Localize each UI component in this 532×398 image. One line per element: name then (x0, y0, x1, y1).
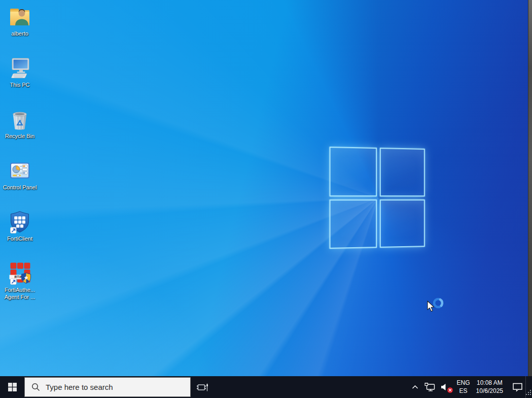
desktop-icon-label: FortiAuthe... (1, 287, 39, 294)
start-button[interactable] (0, 376, 24, 398)
computer-monitor-icon (8, 56, 32, 80)
show-hidden-icons-button[interactable] (411, 385, 419, 389)
windows-logo-pane (330, 147, 377, 196)
task-view-button[interactable] (191, 376, 214, 398)
desktop-icon-fortiauthenticator-agent[interactable]: RTINET FortiAuthe... Agent For ... (1, 261, 39, 301)
arrow-pointer-busy-cursor (425, 297, 447, 318)
desktop-wallpaper: alberto This PC (0, 0, 532, 376)
desktop-icon-label: alberto (1, 30, 39, 38)
task-view-icon (196, 383, 208, 392)
recycle-bin-icon (8, 107, 32, 131)
shortcut-arrow-overlay (11, 279, 17, 285)
language-indicator[interactable]: ENG ES (456, 379, 471, 395)
resize-grip-dots (526, 390, 531, 396)
desktop-icon-label: Agent For ... (1, 294, 39, 301)
desktop-icon-this-pc[interactable]: This PC (1, 56, 39, 89)
right-edge-window-sliver (528, 0, 532, 376)
windows-logo-pane (379, 199, 424, 247)
desktop-icon-label: This PC (1, 82, 39, 89)
action-center-button[interactable] (508, 382, 524, 392)
fortinet-grid-shield-icon: RTINET (8, 261, 32, 285)
user-folder-icon (8, 5, 32, 29)
volume-muted-badge (447, 387, 453, 393)
control-panel-icon (8, 158, 32, 183)
desktop-icon-label: Control Panel (1, 184, 39, 191)
language-secondary: ES (459, 387, 468, 395)
forticlient-shield-icon (8, 210, 32, 234)
show-desktop-button[interactable] (525, 376, 532, 398)
desktop-icon-label: FortiClient (1, 236, 39, 243)
windows-start-icon (8, 383, 17, 391)
windows-logo-pane (330, 200, 377, 249)
shortcut-arrow-overlay (11, 227, 17, 234)
search-icon (31, 383, 40, 391)
volume-tray-button[interactable] (441, 383, 452, 392)
windows-logo-pane (379, 148, 424, 196)
search-input[interactable] (46, 383, 183, 391)
taskbar: ENG ES 10:08 AM 10/6/2025 (0, 376, 532, 398)
taskbar-search-box[interactable] (24, 377, 191, 397)
clock-time: 10:08 AM (477, 379, 503, 387)
desktop-icon-control-panel[interactable]: Control Panel (1, 158, 39, 191)
desktop-icon-recycle-bin[interactable]: Recycle Bin (1, 107, 39, 140)
ethernet-network-icon (424, 383, 436, 392)
network-tray-button[interactable] (423, 383, 437, 392)
chevron-up-icon (412, 385, 418, 389)
windows-logo-wallpaper (330, 147, 425, 249)
clock-date: 10/6/2025 (476, 387, 503, 395)
desktop-icon-forticlient[interactable]: FortiClient (1, 210, 39, 243)
clock[interactable]: 10:08 AM 10/6/2025 (475, 379, 504, 395)
desktop-icon-alberto[interactable]: alberto (1, 5, 39, 38)
language-primary: ENG (457, 379, 470, 387)
action-center-bubble-icon (512, 382, 523, 392)
x-icon (448, 388, 452, 392)
system-tray: ENG ES 10:08 AM 10/6/2025 (411, 376, 524, 398)
desktop-icon-label: Recycle Bin (1, 133, 39, 140)
